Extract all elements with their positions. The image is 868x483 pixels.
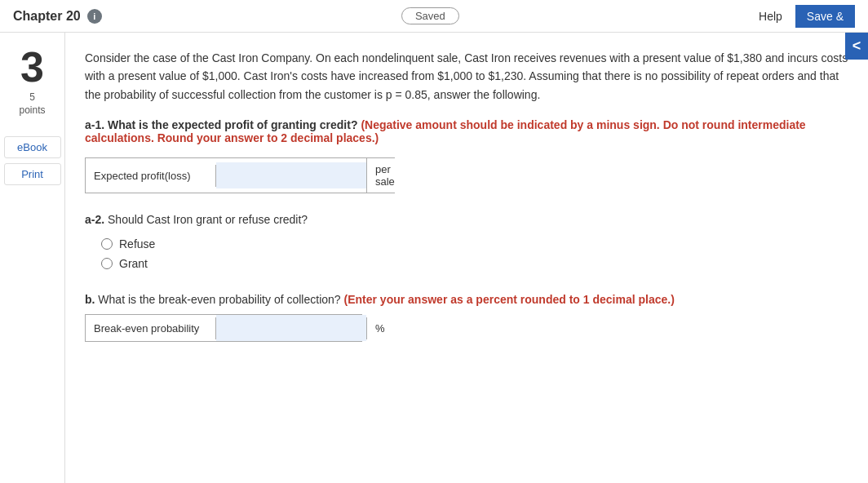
help-button[interactable]: Help xyxy=(759,10,782,23)
page-title: Chapter 20 xyxy=(13,9,81,24)
print-link[interactable]: Print xyxy=(4,163,61,185)
a2-section: a-2. Should Cast Iron grant or refuse cr… xyxy=(85,213,848,270)
radio-refuse[interactable]: Refuse xyxy=(101,237,848,250)
a2-radio-group: Refuse Grant xyxy=(101,237,848,270)
content-area: < Consider the case of the Cast Iron Com… xyxy=(65,33,868,483)
a1-label: a-1. xyxy=(85,118,104,131)
saved-badge: Saved xyxy=(401,7,459,24)
header-left: Chapter 20 i xyxy=(13,9,102,24)
b-input-field[interactable] xyxy=(216,315,366,341)
corner-button[interactable]: < xyxy=(845,33,868,60)
b-input-suffix: % xyxy=(366,317,393,339)
b-input-row: Break-even probability % xyxy=(85,314,362,342)
points-label: points xyxy=(19,104,45,116)
a1-input-label: Expected profit(loss) xyxy=(86,165,216,187)
b-label: b. xyxy=(85,293,95,306)
b-text: What is the break-even probability of co… xyxy=(98,293,340,306)
header: Chapter 20 i Saved Help Save & xyxy=(0,0,868,33)
a2-label: a-2. xyxy=(85,213,104,226)
b-instruction: (Enter your answer as a percent rounded … xyxy=(344,293,675,306)
a1-text: What is the expected profit of granting … xyxy=(108,118,357,131)
a1-input-row: Expected profit(loss) per sale xyxy=(85,157,395,193)
a1-heading: a-1. What is the expected profit of gran… xyxy=(85,118,848,144)
radio-grant[interactable]: Grant xyxy=(101,257,848,270)
a2-heading: a-2. Should Cast Iron grant or refuse cr… xyxy=(85,213,848,226)
radio-grant-label: Grant xyxy=(119,257,148,270)
radio-grant-input[interactable] xyxy=(101,258,113,269)
ebook-link[interactable]: eBook xyxy=(4,136,61,158)
b-heading: b. What is the break-even probability of… xyxy=(85,293,848,306)
a1-input-field[interactable] xyxy=(216,162,366,188)
radio-refuse-label: Refuse xyxy=(119,237,155,250)
radio-refuse-input[interactable] xyxy=(101,238,113,250)
b-section: b. What is the break-even probability of… xyxy=(85,293,848,342)
question-number: 3 xyxy=(20,46,44,88)
info-icon[interactable]: i xyxy=(87,9,102,24)
header-center: Saved xyxy=(401,7,459,24)
sidebar: 3 5 points eBook Print xyxy=(0,33,65,483)
points-value: 5 xyxy=(29,91,35,103)
a1-section: a-1. What is the expected profit of gran… xyxy=(85,118,848,144)
save-button[interactable]: Save & xyxy=(795,5,855,28)
b-input-label: Break-even probability xyxy=(86,317,216,339)
points-info: 5 points xyxy=(19,91,45,117)
question-body: Consider the case of the Cast Iron Compa… xyxy=(85,49,848,104)
main-container: 3 5 points eBook Print < Consider the ca… xyxy=(0,33,868,483)
header-right: Help Save & xyxy=(759,5,855,28)
a2-text: Should Cast Iron grant or refuse credit? xyxy=(108,213,308,226)
a1-input-suffix: per sale xyxy=(366,158,403,193)
